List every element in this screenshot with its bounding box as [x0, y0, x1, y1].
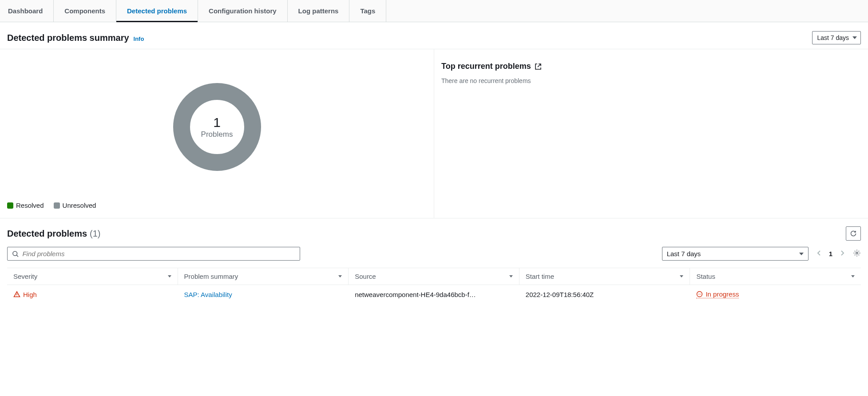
col-source[interactable]: Source — [349, 268, 519, 285]
tab-tags[interactable]: Tags — [349, 0, 386, 22]
swatch-resolved-icon — [7, 202, 13, 209]
table-header-row: Severity Problem summary Source Start ti… — [7, 268, 861, 285]
cell-summary: SAP: Availability — [178, 285, 349, 304]
sort-icon — [168, 275, 171, 277]
cell-source: netweavercomponent-HE4-9da46bcb-f… — [349, 285, 519, 304]
problems-time-range-select[interactable]: Last 7 days — [662, 247, 809, 261]
problems-section: Detected problems (1) Last 7 days — [0, 218, 868, 304]
problems-count: (1) — [90, 229, 100, 239]
tab-detected-problems[interactable]: Detected problems — [116, 0, 198, 22]
gear-icon — [853, 249, 861, 257]
caret-down-icon — [852, 36, 857, 39]
svg-point-7 — [701, 294, 702, 295]
summary-title: Detected problems summary — [7, 33, 129, 43]
donut-legend: Resolved Unresolved — [7, 202, 427, 209]
find-problems-input-wrap[interactable] — [7, 247, 300, 261]
refresh-icon — [850, 230, 857, 237]
refresh-button[interactable] — [846, 226, 861, 241]
page-number: 1 — [829, 250, 832, 257]
chevron-right-icon — [840, 250, 845, 256]
sort-icon — [509, 275, 513, 277]
donut-label: Problems — [201, 130, 233, 139]
tab-configuration-history[interactable]: Configuration history — [198, 0, 288, 22]
page-next-button[interactable] — [838, 248, 847, 259]
warning-triangle-icon — [13, 291, 20, 298]
sort-icon — [851, 275, 855, 277]
pagination: 1 — [815, 248, 847, 259]
svg-point-5 — [698, 294, 699, 295]
tab-dashboard[interactable]: Dashboard — [0, 0, 54, 22]
problems-donut-chart: 1 Problems — [173, 83, 262, 171]
swatch-unresolved-icon — [54, 202, 60, 209]
external-link-icon[interactable] — [535, 63, 542, 70]
cell-severity: High — [7, 285, 178, 304]
svg-point-6 — [699, 294, 700, 295]
svg-point-3 — [16, 296, 17, 296]
page-prev-button[interactable] — [815, 248, 824, 259]
problem-summary-link[interactable]: SAP: Availability — [184, 291, 232, 298]
summary-time-range-select[interactable]: Last 7 days — [812, 31, 861, 44]
table-settings-button[interactable] — [853, 249, 861, 258]
recurrent-panel: Top recurrent problems There are no recu… — [434, 49, 868, 218]
donut-panel: 1 Problems Resolved Unresolved — [0, 49, 434, 218]
recurrent-empty-text: There are no recurrent problems — [441, 77, 861, 84]
sort-icon — [680, 275, 683, 277]
col-status[interactable]: Status — [690, 268, 861, 285]
col-start-time[interactable]: Start time — [519, 268, 690, 285]
find-problems-input[interactable] — [22, 250, 295, 257]
caret-down-icon — [799, 253, 804, 255]
col-severity[interactable]: Severity — [7, 268, 178, 285]
table-row[interactable]: High SAP: Availability netweavercomponen… — [7, 285, 861, 304]
chevron-left-icon — [816, 250, 822, 256]
search-icon — [12, 250, 19, 257]
sort-icon — [338, 275, 342, 277]
legend-resolved[interactable]: Resolved — [7, 202, 44, 209]
summary-header: Detected problems summary Info Last 7 da… — [0, 22, 868, 49]
tab-components[interactable]: Components — [54, 0, 116, 22]
problems-title: Detected problems (1) — [7, 229, 101, 239]
tab-log-patterns[interactable]: Log patterns — [288, 0, 350, 22]
problems-table: Severity Problem summary Source Start ti… — [7, 268, 861, 304]
recurrent-title: Top recurrent problems — [441, 62, 861, 71]
info-link[interactable]: Info — [134, 36, 144, 42]
col-summary[interactable]: Problem summary — [178, 268, 349, 285]
svg-point-2 — [856, 252, 858, 254]
tab-bar: Dashboard Components Detected problems C… — [0, 0, 868, 22]
cell-status: In progress — [690, 285, 861, 304]
cell-start-time: 2022-12-09T18:56:40Z — [519, 285, 690, 304]
donut-count: 1 — [201, 115, 233, 130]
legend-unresolved[interactable]: Unresolved — [54, 202, 96, 209]
svg-point-1 — [13, 251, 17, 256]
in-progress-icon — [696, 291, 703, 297]
summary-body: 1 Problems Resolved Unresolved Top recur… — [0, 49, 868, 218]
